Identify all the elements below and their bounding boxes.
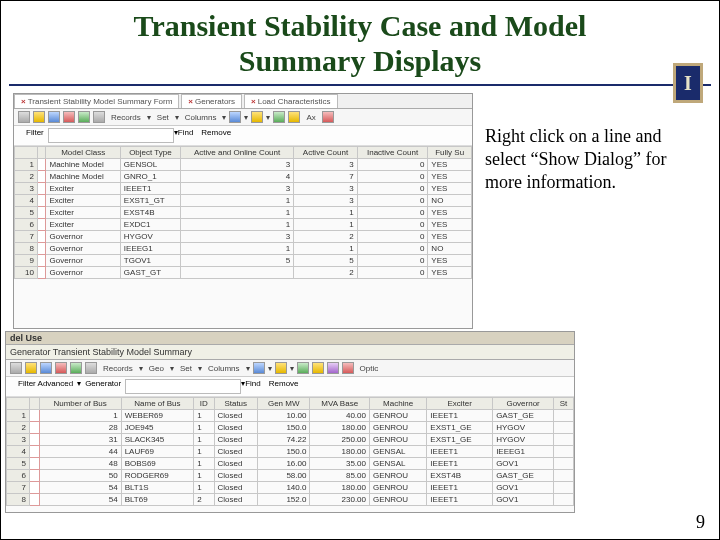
- set-menu[interactable]: Set: [177, 364, 195, 373]
- tool-icon[interactable]: [25, 362, 37, 374]
- del-use-tab[interactable]: del Use: [6, 332, 574, 345]
- model-summary-screenshot: ×Transient Stability Model Summary Form …: [13, 93, 473, 329]
- columns-menu[interactable]: Columns: [182, 113, 220, 122]
- title-line1: Transient Stability Case and Model: [134, 9, 587, 42]
- table-row[interactable]: 9GovernorTGOV1550YES: [15, 255, 472, 267]
- tool-icon[interactable]: [288, 111, 300, 123]
- tool-icon[interactable]: [33, 111, 45, 123]
- column-header[interactable]: Exciter: [427, 398, 493, 410]
- tool-icon[interactable]: [312, 362, 324, 374]
- set-menu[interactable]: Set: [154, 113, 172, 122]
- tool-icon[interactable]: [229, 111, 241, 123]
- tool-icon[interactable]: [251, 111, 263, 123]
- model-summary-table[interactable]: Model ClassObject TypeActive and Online …: [14, 146, 472, 279]
- table-row[interactable]: 1Machine ModelGENSOL330YES: [15, 159, 472, 171]
- table-row[interactable]: 548BOBS691Closed16.0035.00GENSALIEEET1GO…: [7, 458, 574, 470]
- filter-input[interactable]: [48, 128, 174, 143]
- column-header[interactable]: St: [554, 398, 574, 410]
- table-row[interactable]: 3ExciterIEEET1330YES: [15, 183, 472, 195]
- table-row[interactable]: 4ExciterEXST1_GT130NO: [15, 195, 472, 207]
- table-row[interactable]: 331SLACK3451Closed74.22250.00GENROUEXST1…: [7, 434, 574, 446]
- toolbar-shot2: Records▾ Geo▾ Set▾ Columns▾ ▾ ▾ Optic: [6, 360, 574, 377]
- column-header[interactable]: Model Class: [46, 147, 120, 159]
- tab-model-summary[interactable]: ×Transient Stability Model Summary Form: [14, 94, 179, 108]
- filter-label: Filter: [18, 128, 48, 143]
- remove-button[interactable]: Remove: [269, 379, 299, 394]
- table-row[interactable]: 650RODGER691Closed58.0085.00GENROUEXST4B…: [7, 470, 574, 482]
- column-header[interactable]: Governor: [493, 398, 554, 410]
- geo-menu[interactable]: Geo: [146, 364, 167, 373]
- ax-label[interactable]: Ax: [303, 113, 318, 122]
- annotation-text: Right click on a line and select “Show D…: [485, 125, 701, 194]
- table-row[interactable]: 7GovernorHYGOV320YES: [15, 231, 472, 243]
- tool-icon[interactable]: [78, 111, 90, 123]
- tool-icon[interactable]: [55, 362, 67, 374]
- university-logo: I: [673, 63, 703, 103]
- column-header[interactable]: Object Type: [120, 147, 180, 159]
- page-number: 9: [696, 512, 705, 533]
- tool-icon[interactable]: [275, 362, 287, 374]
- column-header[interactable]: Gen MW: [257, 398, 309, 410]
- tool-icon[interactable]: [70, 362, 82, 374]
- column-header[interactable]: Fully Su: [428, 147, 472, 159]
- table-row[interactable]: 754BLT1S1Closed140.0180.00GENROUIEEET1GO…: [7, 482, 574, 494]
- generator-label: Generator: [81, 379, 125, 394]
- title-line2: Summary Displays: [239, 44, 482, 77]
- column-header[interactable]: Active Count: [294, 147, 358, 159]
- table-row[interactable]: 10GovernorGAST_GT20YES: [15, 267, 472, 279]
- table-row[interactable]: 8GovernorIEEEG1110NO: [15, 243, 472, 255]
- records-menu[interactable]: Records: [100, 364, 136, 373]
- tab-generators[interactable]: ×Generators: [181, 94, 242, 108]
- column-header[interactable]: Inactive Count: [357, 147, 428, 159]
- tool-icon[interactable]: [93, 111, 105, 123]
- column-header[interactable]: Number of Bus: [39, 398, 121, 410]
- column-header[interactable]: Name of Bus: [121, 398, 193, 410]
- column-header[interactable]: MVA Base: [310, 398, 370, 410]
- find-button[interactable]: Find: [178, 128, 194, 143]
- table-row[interactable]: 228JOE9451Closed150.0180.00GENROUEXST1_G…: [7, 422, 574, 434]
- title-underline: [9, 84, 711, 86]
- tool-icon[interactable]: [297, 362, 309, 374]
- generator-summary-screenshot: del Use Generator Transient Stability Mo…: [5, 331, 575, 513]
- tool-icon[interactable]: [322, 111, 334, 123]
- records-menu[interactable]: Records: [108, 113, 144, 122]
- table-row[interactable]: 2Machine ModelGNRO_1470YES: [15, 171, 472, 183]
- tool-icon[interactable]: [48, 111, 60, 123]
- table-row[interactable]: 6ExciterEXDC1110YES: [15, 219, 472, 231]
- tool-icon[interactable]: [18, 111, 30, 123]
- column-header[interactable]: Active and Online Count: [180, 147, 293, 159]
- tab-load-char[interactable]: ×Load Characteristics: [244, 94, 338, 108]
- column-header[interactable]: Machine: [370, 398, 427, 410]
- funnel-icon[interactable]: [327, 362, 339, 374]
- columns-menu[interactable]: Columns: [205, 364, 243, 373]
- tool-icon[interactable]: [63, 111, 75, 123]
- tool-icon[interactable]: [253, 362, 265, 374]
- remove-button[interactable]: Remove: [201, 128, 231, 143]
- tool-icon[interactable]: [10, 362, 22, 374]
- tool-icon[interactable]: [273, 111, 285, 123]
- optic-label[interactable]: Optic: [357, 364, 382, 373]
- filter-label: Filter Advanced: [10, 379, 77, 394]
- toolbar-shot1: Records▾ Set▾ Columns▾ ▾ ▾ Ax: [14, 109, 472, 126]
- table-row[interactable]: 5ExciterEXST4B110YES: [15, 207, 472, 219]
- filter-input[interactable]: [125, 379, 241, 394]
- column-header[interactable]: Status: [214, 398, 257, 410]
- tool-icon[interactable]: [40, 362, 52, 374]
- tool-icon[interactable]: [85, 362, 97, 374]
- generator-summary-subtitle: Generator Transient Stability Model Summ…: [6, 345, 574, 360]
- tool-icon[interactable]: [342, 362, 354, 374]
- table-row[interactable]: 854BLT692Closed152.0230.00GENROUIEEET1GO…: [7, 494, 574, 506]
- column-header[interactable]: ID: [194, 398, 214, 410]
- table-row[interactable]: 11WEBER691Closed10.0040.00GENROUIEEET1GA…: [7, 410, 574, 422]
- find-button[interactable]: Find: [245, 379, 261, 394]
- table-row[interactable]: 444LAUF691Closed150.0180.00GENSALIEEET1I…: [7, 446, 574, 458]
- generator-summary-table[interactable]: Number of BusName of BusIDStatusGen MWMV…: [6, 397, 574, 506]
